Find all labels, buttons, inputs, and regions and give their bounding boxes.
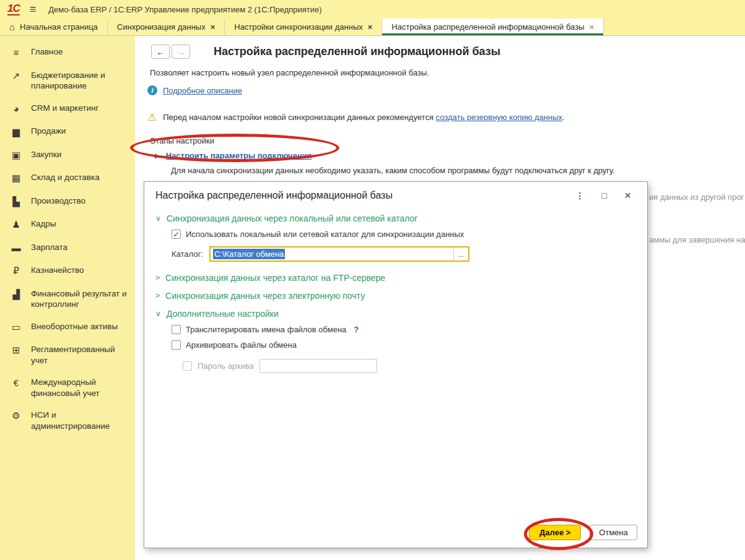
sidebar-item-label: Внеоборотные активы	[31, 321, 118, 332]
window-title: Демо-база ERP / 1С:ERP Управление предпр…	[48, 5, 321, 14]
ruble-icon: ₽	[10, 265, 22, 277]
checkbox-label: Транслитерировать имена файлов обмена	[186, 325, 346, 334]
sidebar-item-label: Продажи	[31, 126, 66, 137]
sidebar-item-label: Бюджетирование и планирование	[31, 70, 131, 92]
cart-icon: ▣	[10, 149, 22, 162]
section-ftp[interactable]: > Синхронизация данных через каталог на …	[155, 273, 636, 283]
warning-icon: ⚠	[147, 112, 157, 123]
cancel-button[interactable]: Отмена	[590, 525, 637, 540]
use-local-catalog-checkbox[interactable]: ✓	[172, 230, 181, 239]
catalog-field: C:\Каталог обмена ...	[209, 246, 469, 262]
pie-chart-icon: ◕	[10, 103, 22, 115]
stages-heading: Этапы настройки	[150, 136, 745, 145]
main-content: ← → Настройка распределенной информацион…	[135, 36, 745, 560]
next-button[interactable]: Далее >	[529, 525, 581, 540]
hamburger-menu-icon[interactable]: ≡	[30, 3, 37, 16]
calculator-icon: ⊞	[10, 344, 22, 356]
chevron-right-icon: >	[155, 291, 160, 300]
sidebar-item-international-accounting[interactable]: € Международный финансовый учет	[0, 371, 135, 404]
sidebar-item-treasury[interactable]: ₽ Казначейство	[0, 259, 135, 283]
tab-bar: ⌂ Начальная страница Синхронизация данны…	[0, 19, 745, 36]
sidebar-item-label: Закупки	[31, 149, 61, 160]
section-title: Синхронизация данных через локальный или…	[167, 213, 418, 223]
info-icon: i	[147, 85, 157, 95]
section-title: Дополнительные настройки	[167, 309, 279, 319]
sidebar-item-crm[interactable]: ◕ CRM и маркетинг	[0, 97, 135, 121]
bar-chart-icon: ▟	[10, 288, 22, 301]
browse-button[interactable]: ...	[453, 248, 468, 261]
archive-password-input[interactable]	[259, 359, 377, 373]
grid-icon: ▦	[10, 172, 22, 184]
tab-label: Настройка распределенной информационной …	[391, 22, 584, 32]
menu-icon: ≡	[10, 46, 22, 59]
card-icon: ▬	[10, 242, 22, 254]
sidebar-item-budgeting[interactable]: ↗ Бюджетирование и планирование	[0, 64, 135, 97]
backup-link[interactable]: создать резервную копию данных	[436, 113, 562, 122]
catalog-input[interactable]: C:\Каталог обмена	[211, 248, 453, 261]
section-email[interactable]: > Синхронизация данных через электронную…	[155, 291, 636, 301]
sidebar-item-hr[interactable]: ♟ Кадры	[0, 213, 135, 236]
sidebar-item-salary[interactable]: ▬ Зарплата	[0, 236, 135, 260]
truck-icon: ▭	[10, 321, 22, 334]
sidebar-item-purchases[interactable]: ▣ Закупки	[0, 144, 135, 167]
background-text-fragment: ия данных из другой прог	[649, 192, 745, 202]
step-description: Для начала синхронизации данных необходи…	[171, 166, 745, 175]
sidebar-item-warehouse[interactable]: ▦ Склад и доставка	[0, 166, 135, 190]
more-options-icon[interactable]: ⋮	[575, 191, 584, 200]
sidebar-item-label: НСИ и администрирование	[31, 410, 131, 431]
sidebar-item-label: Казначейство	[31, 265, 84, 276]
sidebar-item-label: Главное	[31, 46, 63, 58]
step-arrow-icon: ▶	[155, 152, 160, 159]
section-title: Синхронизация данных через каталог на FT…	[165, 273, 385, 283]
checkbox-label: Архивировать файлы обмена	[186, 340, 297, 350]
catalog-label: Каталог:	[172, 249, 203, 259]
dialog-close-icon[interactable]: ×	[624, 189, 631, 201]
transliterate-checkbox[interactable]	[172, 325, 181, 334]
sidebar-item-financial-result[interactable]: ▟ Финансовый результат и контроллинг	[0, 283, 135, 316]
trend-chart-icon: ↗	[10, 70, 22, 82]
sidebar-item-label: Производство	[31, 196, 85, 207]
sidebar-item-noncurrent-assets[interactable]: ▭ Внеоборотные активы	[0, 316, 135, 339]
detailed-description-link[interactable]: Подробное описание	[163, 86, 242, 95]
background-text-fragment: аммы для завершения нас	[649, 235, 745, 244]
home-icon: ⌂	[9, 22, 15, 32]
configure-connection-link[interactable]: Настроить параметры подключения	[166, 151, 312, 160]
sidebar-item-sales[interactable]: ▆ Продажи	[0, 120, 135, 144]
1c-logo: 1С	[7, 3, 20, 15]
sidebar-item-nsi-administration[interactable]: ⚙ НСИ и администрирование	[0, 404, 135, 437]
sidebar-item-production[interactable]: ▙ Производство	[0, 190, 135, 213]
tab-home-page[interactable]: ⌂ Начальная страница	[0, 19, 108, 35]
chevron-down-icon: ∨	[155, 309, 161, 318]
tab-label: Начальная страница	[20, 22, 98, 32]
tab-close-icon[interactable]: ×	[211, 22, 216, 32]
tab-distributed-infobase[interactable]: Настройка распределенной информационной …	[382, 19, 604, 35]
help-icon[interactable]: ?	[354, 325, 359, 334]
tab-sync-settings[interactable]: Настройки синхронизации данных ×	[225, 19, 382, 35]
tab-close-icon[interactable]: ×	[368, 22, 373, 32]
maximize-icon[interactable]: □	[601, 191, 606, 200]
sidebar-item-regulated-accounting[interactable]: ⊞ Регламентированный учет	[0, 338, 135, 371]
page-title: Настройка распределенной информационной …	[214, 45, 500, 58]
tab-data-sync[interactable]: Синхронизация данных ×	[108, 19, 225, 35]
window-titlebar: 1С ≡ Демо-база ERP / 1С:ERP Управление п…	[0, 0, 745, 19]
sidebar-item-label: Международный финансовый учет	[31, 377, 131, 398]
tab-label: Настройки синхронизации данных	[234, 22, 363, 32]
warning-text: Перед началом настройки новой синхрониза…	[163, 113, 564, 122]
sidebar-item-label: Финансовый результат и контроллинг	[31, 288, 131, 310]
section-local-catalog[interactable]: ∨ Синхронизация данных через локальный и…	[155, 213, 636, 223]
back-button[interactable]: ←	[151, 45, 170, 59]
page-subtitle: Позволяет настроить новый узел распредел…	[150, 68, 745, 77]
checkbox-label: Пароль архива	[198, 361, 254, 371]
archive-password-checkbox[interactable]	[183, 361, 192, 371]
checkbox-label: Использовать локальный или сетевой катал…	[186, 230, 464, 239]
chevron-right-icon: >	[155, 274, 160, 282]
tab-close-icon[interactable]: ×	[590, 22, 595, 32]
forward-button[interactable]: →	[172, 45, 190, 59]
sidebar-item-main[interactable]: ≡ Главное	[0, 41, 135, 64]
gear-icon: ⚙	[10, 410, 22, 422]
chevron-down-icon: ∨	[155, 214, 161, 223]
archive-files-checkbox[interactable]	[172, 340, 181, 350]
section-extra-settings[interactable]: ∨ Дополнительные настройки	[155, 309, 636, 319]
sidebar-item-label: Регламентированный учет	[31, 344, 131, 366]
euro-icon: €	[10, 377, 22, 389]
